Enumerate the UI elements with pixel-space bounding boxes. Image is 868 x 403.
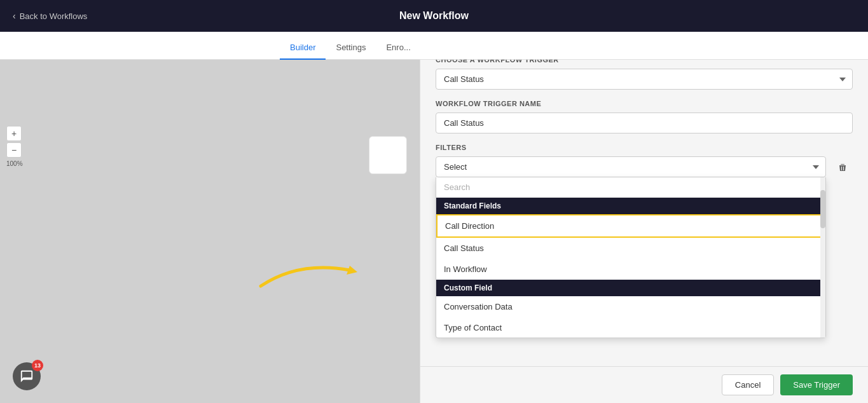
chat-badge: 13 [32,360,43,371]
trigger-section: CHOOSE A WORKFLOW TRIGGER Call Status [436,56,853,90]
dropdown-overlay: Standard Fields Call Direction Call Stat… [436,177,826,338]
dropdown-scrollbar[interactable] [820,177,825,338]
standard-fields-header: Standard Fields [436,198,825,214]
tab-settings[interactable]: Settings [326,36,376,60]
back-arrow-icon: ‹ [13,11,16,21]
tab-builder[interactable]: Builder [280,36,326,60]
page-title: New Workflow [399,10,469,22]
dropdown-item-call-status[interactable]: Call Status [436,238,825,259]
filters-select[interactable]: Select [436,156,826,177]
tabs-bar: Builder Settings Enro... [0,32,868,60]
filters-section: FILTERS Select [436,144,853,178]
workflow-trigger-panel: Workflow Trigger Adds a workflow trigger… [420,0,868,403]
filters-row: Select Standard Fields Call [436,156,853,178]
dropdown-list: Standard Fields Call Direction Call Stat… [436,198,825,338]
zoom-controls: + − 100% [6,126,23,167]
trigger-type-select[interactable]: Call Status [436,69,853,90]
chat-icon-button[interactable]: 13 [13,362,41,390]
zoom-out-button[interactable]: − [6,142,22,158]
tab-enroll[interactable]: Enro... [376,36,420,60]
dropdown-item-in-workflow[interactable]: In Workflow [436,259,825,280]
trigger-name-input[interactable] [436,113,853,133]
back-link-label: Back to Workflows [20,11,88,21]
panel-footer: Cancel Save Trigger [420,366,868,403]
top-nav: ‹ Back to Workflows New Workflow [0,0,868,32]
delete-filter-button[interactable] [832,158,853,178]
filters-select-wrapper: Select Standard Fields Call [436,156,826,177]
workflow-canvas: + − 100% [0,60,420,403]
save-trigger-button[interactable]: Save Trigger [780,374,853,395]
trigger-name-section-label: WORKFLOW TRIGGER NAME [436,100,853,107]
filters-section-label: FILTERS [436,144,853,151]
filters-select-container: Select Standard Fields Call [436,156,826,177]
chat-icon [20,369,34,383]
dropdown-item-call-direction[interactable]: Call Direction [436,214,825,238]
dropdown-item-conversation-data[interactable]: Conversation Data [436,296,825,317]
zoom-percent: 100% [6,160,23,167]
scrollbar-thumb [820,190,825,228]
cancel-button[interactable]: Cancel [722,374,774,395]
back-to-workflows-link[interactable]: ‹ Back to Workflows [13,11,87,21]
dropdown-search-input[interactable] [436,177,825,198]
trigger-name-section: WORKFLOW TRIGGER NAME [436,100,853,133]
workflow-node [369,136,407,174]
panel-body: CHOOSE A WORKFLOW TRIGGER Call Status WO… [420,43,868,366]
zoom-in-button[interactable]: + [6,126,22,141]
trash-icon [837,163,848,173]
dropdown-item-type-of-contact[interactable]: Type of Contact [436,317,825,338]
custom-field-header: Custom Field [436,280,825,296]
